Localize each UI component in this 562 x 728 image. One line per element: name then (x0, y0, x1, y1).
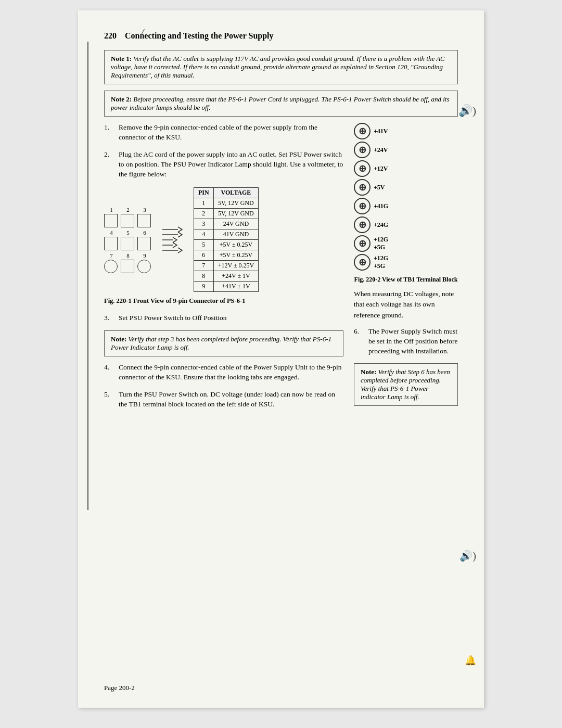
voltage-table-row: 8+24V ± 1V (194, 271, 259, 282)
pin-6 (137, 237, 151, 250)
voltage-table-cell: 5 (194, 240, 214, 250)
terminal-row: ⊕+12G +5G (354, 254, 458, 271)
section-number: 220 (104, 31, 117, 41)
pin-grid-wrapper: 1 2 3 4 5 6 (104, 207, 152, 273)
voltage-table-row: 9+41V ± 1V (194, 282, 259, 292)
step-6-num: 6. (354, 327, 364, 356)
voltage-table-cell: 6 (194, 250, 214, 261)
pin-2 (121, 214, 134, 227)
connector-diagram: 1 2 3 4 5 6 (104, 187, 343, 292)
step-2-num: 2. (104, 150, 114, 180)
pin-3 (137, 214, 151, 227)
pin-9 (137, 260, 151, 273)
step-3-num: 3. (104, 313, 114, 323)
note4-box: Note: Verify that Step 6 has been comple… (354, 363, 458, 406)
voltage-table-header-voltage: VOLTAGE (213, 188, 258, 198)
figure-1-area: 1 2 3 4 5 6 (104, 187, 343, 305)
terminal-label: +41G (374, 202, 388, 210)
step-4-text: Connect the 9-pin connector-ended cable … (119, 363, 343, 382)
terminal-symbol: ⊕ (354, 198, 371, 214)
terminal-row: ⊕+12G +5G (354, 235, 458, 252)
note3-label: Note: (111, 335, 126, 343)
note1-box: Note 1: Verify that the AC outlet is sup… (104, 50, 458, 84)
step-3: 3. Set PSU Power Switch to Off Position (104, 313, 343, 323)
terminal-row: ⊕+41V (354, 123, 458, 139)
voltage-table-row: 5+5V ± 0.25V (194, 240, 259, 250)
voltage-table-cell: 9 (194, 282, 214, 292)
fig1-caption: Fig. 220-1 Front View of 9-pin Connector… (104, 297, 343, 305)
voltage-table-cell: +5V ± 0.25V (213, 250, 258, 261)
voltage-table-row: 6+5V ± 0.25V (194, 250, 259, 261)
voltage-table-cell: 8 (194, 271, 214, 282)
voltage-table-cell: +12V ± 0.25V (213, 261, 258, 271)
note2-label: Note 2: (111, 95, 132, 103)
voltage-table-row: 441V GND (194, 229, 259, 240)
voltage-table: PIN VOLTAGE 15V, 12V GND25V, 12V GND324V… (194, 187, 259, 292)
step-1-text: Remove the 9-pin connector-ended cable o… (119, 123, 343, 143)
terminal-label: +41V (374, 127, 388, 135)
voltage-table-cell: 3 (194, 219, 214, 229)
terminal-symbol: ⊕ (354, 142, 371, 158)
voltage-table-cell: 5V, 12V GND (213, 198, 258, 209)
step-3-text: Set PSU Power Switch to Off Position (119, 313, 343, 323)
terminal-symbol: ⊕ (354, 123, 371, 139)
pin-grid-row1 (104, 214, 152, 227)
note3-text: Verify that step 3 has been completed be… (111, 335, 331, 351)
connector-arrow (162, 224, 183, 256)
voltage-table-row: 324V GND (194, 219, 259, 229)
pin-8 (121, 260, 134, 273)
note4-label: Note: (361, 368, 376, 376)
note1-label: Note 1: (111, 55, 132, 62)
step-1-num: 1. (104, 123, 114, 143)
note2-box: Note 2: Before proceeding, ensure that t… (104, 91, 458, 117)
step-4: 4. Connect the 9-pin connector-ended cab… (104, 363, 343, 382)
terminal-label: +12G +5G (374, 236, 388, 251)
pin-4 (104, 237, 118, 250)
step-6-text: The Power Supply Switch must be set in t… (368, 327, 458, 356)
fig2-caption: Fig. 220-2 View of TB1 Terminal Block (354, 276, 458, 284)
step-6: 6. The Power Supply Switch must be set i… (354, 327, 458, 356)
pin-grid-row2 (104, 237, 152, 250)
pin-7 (104, 260, 118, 273)
main-content: 1. Remove the 9-pin connector-ended cabl… (104, 123, 458, 417)
step-2: 2. Plug the AC cord of the power supply … (104, 150, 343, 180)
step-1: 1. Remove the 9-pin connector-ended cabl… (104, 123, 343, 143)
right-column: ⊕+41V⊕+24V⊕+12V⊕+5V⊕+41G⊕+24G⊕+12G +5G⊕+… (354, 123, 458, 417)
page-footer: Page 200-2 (104, 684, 135, 692)
step-5-text: Turn the PSU Power Switch on. DC voltage… (119, 390, 343, 410)
terminal-symbol: ⊕ (354, 216, 371, 233)
step-4-num: 4. (104, 363, 114, 382)
terminal-symbol: ⊕ (354, 235, 371, 252)
voltage-table-cell: 1 (194, 198, 214, 209)
tb1-terminal-block: ⊕+41V⊕+24V⊕+12V⊕+5V⊕+41G⊕+24G⊕+12G +5G⊕+… (354, 123, 458, 271)
dc-note-text: When measuring DC voltages, note that ea… (354, 289, 458, 321)
pin-grid-row-labels: 1 2 3 (104, 207, 152, 213)
voltage-table-cell: 4 (194, 229, 214, 240)
voltage-table-cell: 5V, 12V GND (213, 209, 258, 219)
terminal-row: ⊕+5V (354, 179, 458, 196)
speaker-icon-top: 🔊) (458, 104, 476, 118)
voltage-table-cell: 2 (194, 209, 214, 219)
step-5: 5. Turn the PSU Power Switch on. DC volt… (104, 390, 343, 410)
pin-grid-row3-labels: 7 8 9 (104, 252, 152, 259)
voltage-table-row: 25V, 12V GND (194, 209, 259, 219)
pin-grid-row2-labels: 4 5 6 (104, 229, 152, 236)
voltage-table-cell: 7 (194, 261, 214, 271)
note3-box: Note: Verify that step 3 has been comple… (104, 330, 343, 356)
voltage-table-row: 7+12V ± 0.25V (194, 261, 259, 271)
step-5-num: 5. (104, 390, 114, 410)
page: / 🔊) 🔊) 🔔 220 Connecting and Testing the… (78, 10, 484, 708)
terminal-symbol: ⊕ (354, 254, 371, 271)
speaker-icon-mid: 🔊) (459, 550, 476, 562)
pin-5 (121, 237, 134, 250)
note2-text: Before proceeding, ensure that the PS-6-… (111, 95, 450, 111)
step-2-text: Plug the AC cord of the power supply int… (119, 150, 343, 180)
speaker-icon-bottom: 🔔 (465, 655, 476, 666)
voltage-table-cell: +5V ± 0.25V (213, 240, 258, 250)
voltage-table-cell: 24V GND (213, 219, 258, 229)
terminal-label: +24V (374, 146, 388, 154)
terminal-symbol: ⊕ (354, 179, 371, 196)
terminal-row: ⊕+12V (354, 160, 458, 177)
terminal-label: +5V (374, 184, 385, 191)
terminal-label: +12G +5G (374, 254, 388, 270)
